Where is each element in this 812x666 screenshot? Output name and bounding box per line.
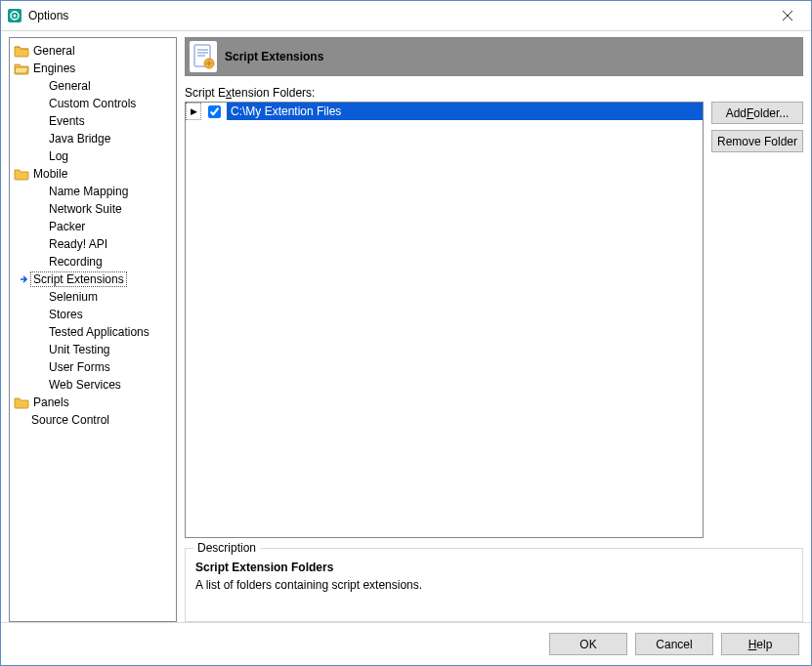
tree-item-engines[interactable]: Engines bbox=[14, 60, 176, 77]
tree-item-stores[interactable]: Stores bbox=[31, 306, 176, 323]
remove-folder-button[interactable]: Remove Folder bbox=[711, 130, 803, 152]
folders-list[interactable]: ▶ C:\My Extention Files bbox=[185, 102, 704, 538]
window-title: Options bbox=[28, 9, 765, 22]
folder-open-icon bbox=[14, 61, 29, 76]
tree-label: Custom Controls bbox=[47, 97, 138, 110]
svg-point-2 bbox=[14, 15, 17, 18]
script-extensions-icon bbox=[190, 41, 217, 72]
tree-label: Selenium bbox=[47, 290, 100, 304]
app-icon bbox=[7, 8, 22, 23]
tree-label: Web Services bbox=[47, 378, 123, 392]
tree-item-custom-controls[interactable]: Custom Controls bbox=[31, 95, 176, 112]
current-marker-icon bbox=[18, 274, 31, 284]
titlebar: Options bbox=[1, 1, 811, 31]
tree-item-selenium[interactable]: Selenium bbox=[31, 288, 176, 306]
tree-label: Network Suite bbox=[47, 202, 124, 216]
close-button[interactable] bbox=[765, 2, 809, 29]
tree-item-unit-testing[interactable]: Unit Testing bbox=[31, 341, 176, 358]
page-header: Script Extensions bbox=[185, 37, 803, 76]
tree-item-ready-api[interactable]: Ready! API bbox=[31, 235, 176, 253]
ok-button[interactable]: OK bbox=[549, 633, 627, 655]
add-folder-button[interactable]: Add Folder... bbox=[711, 102, 803, 124]
tree-item-tested-applications[interactable]: Tested Applications bbox=[31, 323, 176, 341]
description-text: A list of folders containing script exte… bbox=[195, 578, 792, 592]
folders-label: Script Extension Folders: bbox=[185, 86, 803, 100]
tree-item-log[interactable]: Log bbox=[31, 147, 176, 165]
tree-label: Unit Testing bbox=[47, 343, 111, 356]
row-path[interactable]: C:\My Extention Files bbox=[227, 103, 703, 120]
tree-label: Events bbox=[47, 114, 87, 128]
folder-icon bbox=[14, 43, 29, 59]
category-tree[interactable]: General Engines General Custom Controls … bbox=[9, 37, 177, 622]
tree-item-user-forms[interactable]: User Forms bbox=[31, 358, 176, 376]
tree-label: Name Mapping bbox=[47, 185, 130, 198]
list-item[interactable]: ▶ C:\My Extention Files bbox=[186, 103, 703, 120]
tree-label: Java Bridge bbox=[47, 132, 112, 146]
tree-item-events[interactable]: Events bbox=[31, 112, 176, 130]
folder-icon bbox=[14, 166, 29, 182]
row-enabled-checkbox[interactable] bbox=[201, 103, 227, 120]
cancel-button[interactable]: Cancel bbox=[635, 633, 713, 655]
tree-item-name-mapping[interactable]: Name Mapping bbox=[31, 183, 176, 200]
body: General Engines General Custom Controls … bbox=[1, 31, 811, 622]
tree-label: Packer bbox=[47, 220, 87, 233]
row-selector-icon: ▶ bbox=[186, 103, 201, 120]
tree-label: Script Extensions bbox=[30, 271, 127, 287]
content-pane: Script Extensions Script Extension Folde… bbox=[185, 37, 803, 622]
tree-label: Source Control bbox=[29, 413, 111, 427]
tree-item-general[interactable]: General bbox=[14, 42, 176, 60]
page-title: Script Extensions bbox=[225, 50, 323, 63]
tree-item-java-bridge[interactable]: Java Bridge bbox=[31, 130, 176, 147]
tree-item-recording[interactable]: Recording bbox=[31, 253, 176, 271]
tree-label: Panels bbox=[31, 395, 71, 409]
tree-item-network-suite[interactable]: Network Suite bbox=[31, 200, 176, 218]
folder-icon bbox=[14, 395, 29, 410]
tree-label: Log bbox=[47, 149, 70, 163]
help-button[interactable]: Help bbox=[721, 633, 799, 655]
tree-item-source-control[interactable]: Source Control bbox=[14, 411, 176, 429]
tree-item-panels[interactable]: Panels bbox=[14, 394, 176, 411]
tree-label: Mobile bbox=[31, 167, 69, 181]
tree-item-packer[interactable]: Packer bbox=[31, 218, 176, 235]
tree-item-mobile[interactable]: Mobile bbox=[14, 165, 176, 183]
tree-label: Ready! API bbox=[47, 237, 109, 251]
tree-label: General bbox=[31, 44, 77, 58]
tree-label: User Forms bbox=[47, 360, 112, 374]
tree-item-script-extensions[interactable]: Script Extensions bbox=[18, 271, 176, 288]
tree-item-web-services[interactable]: Web Services bbox=[31, 376, 176, 394]
tree-label: Stores bbox=[47, 308, 85, 321]
tree-label: General bbox=[47, 79, 93, 93]
tree-label: Tested Applications bbox=[47, 325, 151, 339]
tree-label: Recording bbox=[47, 255, 105, 269]
dialog-footer: OK Cancel Help bbox=[1, 622, 811, 665]
options-window: Options General bbox=[0, 0, 812, 666]
description-title: Script Extension Folders bbox=[195, 561, 792, 574]
description-group: Description Script Extension Folders A l… bbox=[185, 548, 803, 622]
side-buttons: Add Folder... Remove Folder bbox=[711, 102, 803, 538]
main-area: Script Extension Folders: ▶ C:\My Extent… bbox=[185, 76, 803, 622]
tree-item-engines-general[interactable]: General bbox=[31, 77, 176, 95]
tree-label: Engines bbox=[31, 62, 77, 75]
description-legend: Description bbox=[193, 541, 260, 555]
